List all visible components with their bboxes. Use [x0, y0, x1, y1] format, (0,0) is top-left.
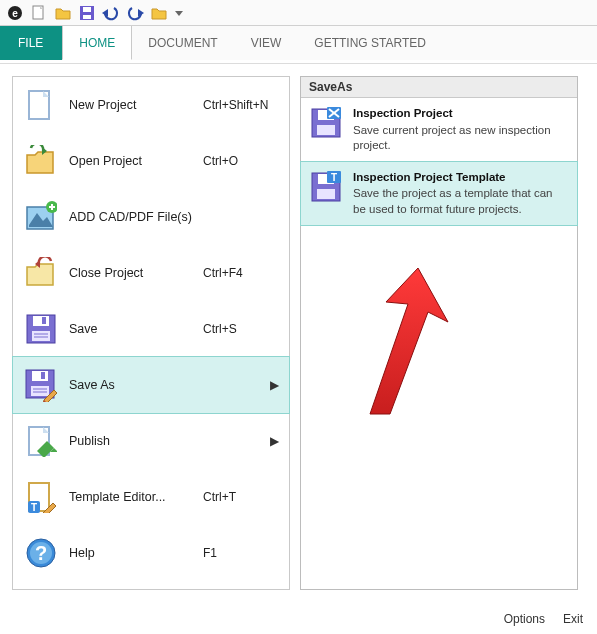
inspection-template-icon: T [309, 170, 343, 204]
menu-label: Template Editor... [69, 490, 203, 504]
menu-shortcut: Ctrl+F4 [203, 266, 281, 280]
tab-file[interactable]: FILE [0, 26, 62, 60]
open-folder-icon-2[interactable] [150, 4, 168, 22]
footer-exit[interactable]: Exit [563, 612, 583, 626]
new-doc-icon[interactable] [30, 4, 48, 22]
svg-rect-49 [317, 125, 335, 135]
svg-text:e: e [12, 8, 18, 19]
svg-rect-24 [32, 331, 50, 341]
sub-item-inspection-template[interactable]: T Inspection Project Template Save the p… [300, 161, 578, 227]
menu-shortcut: Ctrl+T [203, 490, 281, 504]
svg-text:T: T [331, 172, 337, 183]
sub-item-inspection-project[interactable]: Inspection Project Save current project … [301, 98, 577, 162]
qat-dropdown-icon[interactable] [174, 4, 184, 22]
file-menu: New Project Ctrl+Shift+N Open Project Ct… [12, 76, 290, 590]
menu-item-close-project[interactable]: Close Project Ctrl+F4 [13, 245, 289, 301]
backstage-footer: Options Exit [504, 606, 597, 634]
menu-item-help[interactable]: ? Help F1 [13, 525, 289, 581]
sub-item-title: Inspection Project Template [353, 170, 567, 186]
menu-label: Close Project [69, 266, 203, 280]
menu-label: Publish [69, 434, 191, 448]
menu-item-template-editor[interactable]: T Template Editor... Ctrl+T [13, 469, 289, 525]
svg-rect-28 [32, 371, 48, 381]
sub-item-desc: Save the project as a template that can … [353, 186, 567, 217]
new-project-icon [23, 87, 59, 123]
submenu-arrow-icon: ▶ [269, 434, 281, 448]
sub-item-text: Inspection Project Template Save the pro… [353, 170, 567, 218]
menu-shortcut: Ctrl+Shift+N [203, 98, 281, 112]
menu-item-add-cad[interactable]: ADD CAD/PDF File(s) [13, 189, 289, 245]
svg-rect-23 [42, 317, 46, 324]
svg-rect-7 [83, 15, 91, 19]
menu-shortcut: F1 [203, 546, 281, 560]
save-icon [23, 311, 59, 347]
backstage-content: New Project Ctrl+Shift+N Open Project Ct… [0, 64, 597, 590]
svg-rect-30 [31, 386, 49, 396]
menu-item-save[interactable]: Save Ctrl+S [13, 301, 289, 357]
save-disk-icon[interactable] [78, 4, 96, 22]
menu-label: ADD CAD/PDF File(s) [69, 210, 203, 224]
menu-label: Open Project [69, 154, 203, 168]
menu-shortcut: Ctrl+S [203, 322, 281, 336]
menu-label: Save [69, 322, 203, 336]
menu-shortcut: Ctrl+O [203, 154, 281, 168]
sub-item-title: Inspection Project [353, 106, 567, 122]
open-folder-icon[interactable] [54, 4, 72, 22]
svg-marker-14 [27, 152, 53, 173]
menu-item-new-project[interactable]: New Project Ctrl+Shift+N [13, 77, 289, 133]
svg-text:T: T [31, 502, 37, 513]
add-cad-icon [23, 199, 59, 235]
menu-item-open-project[interactable]: Open Project Ctrl+O [13, 133, 289, 189]
undo-icon[interactable] [102, 4, 120, 22]
menu-label: Help [69, 546, 203, 560]
footer-options[interactable]: Options [504, 612, 545, 626]
sub-item-text: Inspection Project Save current project … [353, 106, 567, 154]
subpanel-title: SaveAs [301, 77, 577, 98]
tab-getting-started[interactable]: GETTING STARTED [298, 26, 443, 60]
template-editor-icon: T [23, 479, 59, 515]
menu-item-save-as[interactable]: Save As ▶ [12, 356, 290, 414]
ribbon-tabs: FILE HOME DOCUMENT VIEW GETTING STARTED [0, 26, 597, 60]
menu-label: Save As [69, 378, 191, 392]
svg-marker-11 [175, 11, 183, 16]
menu-item-publish[interactable]: Publish ▶ [13, 413, 289, 469]
tab-document[interactable]: DOCUMENT [132, 26, 234, 60]
svg-marker-10 [152, 9, 166, 19]
save-as-icon [23, 367, 59, 403]
logo-icon[interactable]: e [6, 4, 24, 22]
sub-item-desc: Save current project as new inspection p… [353, 123, 567, 154]
svg-rect-56 [317, 189, 335, 199]
redo-icon[interactable] [126, 4, 144, 22]
publish-icon [23, 423, 59, 459]
open-project-icon [23, 143, 59, 179]
saveas-subpanel: SaveAs Inspection Project Save current p… [300, 76, 578, 590]
svg-text:?: ? [35, 542, 47, 564]
tab-home[interactable]: HOME [62, 26, 132, 60]
menu-label: New Project [69, 98, 203, 112]
quick-access-toolbar: e [0, 0, 597, 26]
svg-rect-29 [41, 372, 45, 379]
svg-marker-4 [56, 9, 70, 19]
svg-rect-6 [83, 7, 91, 12]
tab-view[interactable]: VIEW [235, 26, 299, 60]
help-icon: ? [23, 535, 59, 571]
inspection-project-icon [309, 106, 343, 140]
svg-rect-22 [33, 316, 49, 326]
submenu-arrow-icon: ▶ [269, 378, 281, 392]
close-project-icon [23, 255, 59, 291]
